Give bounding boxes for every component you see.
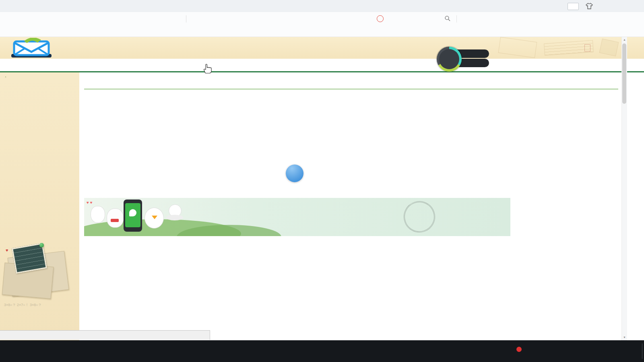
windows-taskbar xyxy=(0,340,644,362)
memory-gauge[interactable] xyxy=(437,47,462,72)
banner-chick-beak xyxy=(152,216,157,219)
mouse-cursor xyxy=(203,63,213,76)
skin-button[interactable] xyxy=(585,2,593,11)
banner-stamp xyxy=(400,198,439,236)
browser-toolbar xyxy=(0,12,644,26)
expand-icon[interactable] xyxy=(363,12,371,26)
restore-button[interactable] xyxy=(616,0,630,12)
forward-button[interactable] xyxy=(19,12,30,26)
search-engine-icon[interactable] xyxy=(377,15,384,22)
mail-header xyxy=(0,37,644,59)
divider xyxy=(456,15,457,23)
stationery-decoration xyxy=(599,39,619,56)
reader-mode-button[interactable] xyxy=(63,12,73,26)
link-status-tooltip xyxy=(0,330,210,340)
recording-timer-badge xyxy=(286,165,303,182)
divider xyxy=(186,15,186,23)
show-desktop-button[interactable] xyxy=(642,343,642,359)
banner-hearts: ♥ ♥ xyxy=(87,200,93,205)
browser-tab-bar xyxy=(0,0,644,12)
back-button[interactable] xyxy=(5,12,15,26)
banner-logo-blob xyxy=(129,209,136,216)
banner-bear xyxy=(91,206,105,223)
download-speed-row xyxy=(457,59,489,67)
search-icon[interactable] xyxy=(444,15,451,23)
home-button[interactable] xyxy=(48,12,59,26)
mail-sidebar: ♥ 3×8=？ 2×7=！ 3×8=？ xyxy=(0,72,79,340)
system-tray xyxy=(502,340,526,362)
qr-code-icon[interactable] xyxy=(353,12,361,26)
divider xyxy=(84,88,618,90)
speed-rows xyxy=(457,49,489,68)
stationery-decoration: ♥ 3×8=？ 2×7=！ 3×8=？ xyxy=(2,241,77,328)
banner-scarf xyxy=(111,219,119,222)
scrollbar-thumb[interactable] xyxy=(622,43,626,104)
banner-bear xyxy=(107,208,124,228)
accelerator-icon[interactable] xyxy=(341,12,349,26)
banner-brands xyxy=(234,203,260,207)
page-scrollbar[interactable]: ▲ ▼ xyxy=(621,37,627,340)
close-window-button[interactable] xyxy=(631,0,644,12)
upload-speed-row xyxy=(457,49,489,58)
notification-badge xyxy=(516,347,522,352)
stationery-decoration xyxy=(498,37,537,58)
speed-widget[interactable] xyxy=(437,47,485,72)
mail-logo[interactable] xyxy=(4,38,57,60)
bookmark-star-icon[interactable] xyxy=(201,12,211,26)
stamp-decoration xyxy=(584,44,590,51)
greeting-bar xyxy=(80,37,82,59)
tab-count-badge[interactable] xyxy=(568,3,579,10)
scroll-up-icon[interactable]: ▲ xyxy=(622,37,627,43)
scroll-down-icon[interactable]: ▼ xyxy=(622,335,627,340)
bookmarks-bar xyxy=(0,26,644,37)
mail-ad-banner[interactable]: ♥ ♥ xyxy=(84,198,510,236)
refresh-button[interactable] xyxy=(34,12,44,26)
minimize-button[interactable] xyxy=(601,0,614,12)
sidebar-buttons xyxy=(5,76,6,77)
banner-dancer-tutu xyxy=(166,215,183,220)
webmail-page: ♥ 3×8=？ 2×7=！ 3×8=？ ▲ ▼ xyxy=(0,37,644,340)
